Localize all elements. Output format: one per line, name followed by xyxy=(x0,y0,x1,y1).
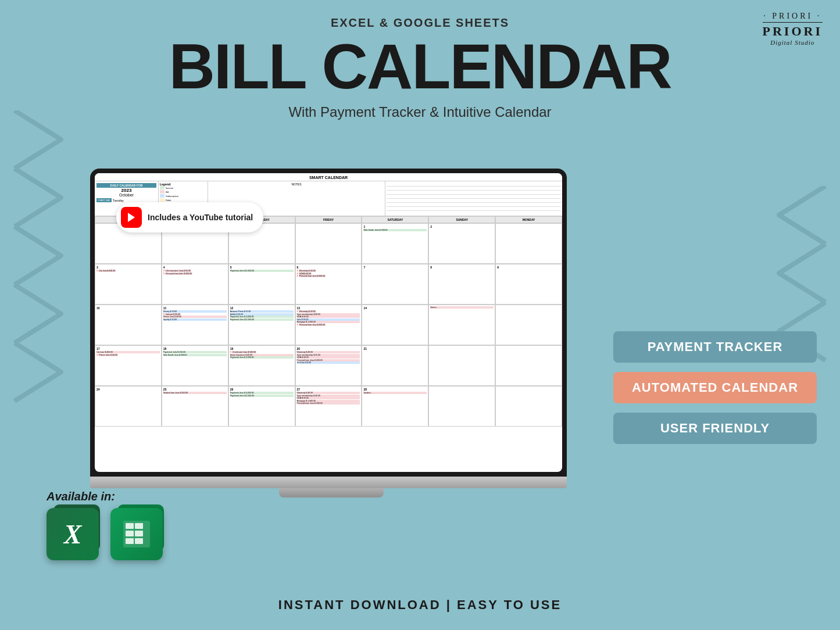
cal-cell: 14 xyxy=(362,305,428,345)
cal-cell xyxy=(495,223,562,264)
feature-payment-tracker: PAYMENT TRACKER xyxy=(613,331,817,363)
calendar-month: October xyxy=(96,193,156,197)
cal-cell: 20 Electricity $ 40.00 Gym membership $ … xyxy=(295,345,362,386)
available-label: Available in: xyxy=(47,490,163,503)
cal-cell: 17 Car loan $ 400.00 XPhone John $ 40.00 xyxy=(95,345,162,386)
cal-cell: 4 XLife insurance Jess $ 65.00 XPersonal… xyxy=(162,264,228,305)
youtube-icon xyxy=(121,207,142,228)
sheets-icon-wrapper xyxy=(110,508,163,560)
cal-cell: 8 xyxy=(428,264,495,305)
cal-cell: 27 Electricity $ 40.00 Gym membership $ … xyxy=(295,386,362,427)
cal-cell: 19 XCredit card Jess $ 500.00 Home insur… xyxy=(228,345,295,386)
excel-icon-wrapper: X xyxy=(47,508,99,560)
day-header-mon: MONDAY xyxy=(495,216,562,223)
cal-cell xyxy=(495,305,562,345)
cal-cell xyxy=(428,386,495,427)
feature-user-friendly: USER FRIENDLY xyxy=(613,413,817,444)
day-header-sat: SATURDAY xyxy=(362,216,428,223)
calendar-startday: START DAY Tuesday xyxy=(96,198,156,202)
notes-label: NOTES xyxy=(209,182,384,186)
cal-cell: 28 Student... xyxy=(362,386,428,427)
svg-rect-6 xyxy=(135,538,143,544)
cal-cell: 26 Paycheck Jess $ 4,000.00 Paycheck Joh… xyxy=(228,386,295,427)
cal-cell: 3 XCar loan $ 400.00 xyxy=(95,264,162,305)
lines-area xyxy=(385,181,562,216)
available-in-section: Available in: X xyxy=(47,490,163,560)
logo-sub: Digital Studio xyxy=(763,39,823,46)
header: EXCEL & GOOGLE SHEETS BILL CALENDAR With… xyxy=(0,0,840,120)
cal-cell: 18 Paycheck John $ 150.00 Side Hustle Je… xyxy=(162,345,228,386)
svg-rect-1 xyxy=(126,523,134,529)
calendar-info-label: DAILY CALENDAR FOR xyxy=(96,183,156,188)
excel-app-icon: X xyxy=(47,508,99,560)
brand-logo: · PRIORI · PRIORI Digital Studio xyxy=(763,12,823,46)
calendar-week-3: 10 11 Disney $ 10.00 XInternet $ 95.00 P… xyxy=(95,305,562,345)
calendar-week-5: 24 25 Student loan Jess $ 350.00 26 Payc… xyxy=(95,386,562,427)
cal-cell xyxy=(428,345,495,386)
svg-rect-5 xyxy=(126,538,134,544)
svg-rect-2 xyxy=(135,523,143,529)
cal-cell xyxy=(495,386,562,427)
cal-cell xyxy=(495,345,562,386)
laptop-stand xyxy=(279,488,384,497)
day-header-sun: SUNDAY xyxy=(428,216,495,223)
laptop-base xyxy=(90,477,567,488)
cal-cell: 25 Student loan Jess $ 350.00 xyxy=(162,386,228,427)
day-header-fri: FRIDAY xyxy=(295,216,362,223)
cal-cell: 7 xyxy=(362,264,428,305)
subtitle-top: EXCEL & GOOGLE SHEETS xyxy=(0,16,840,30)
spreadsheet-title: SMART CALENDAR xyxy=(95,173,562,181)
feature-automated-calendar: AUTOMATED CALENDAR xyxy=(613,372,817,403)
main-title: BILL CALENDAR xyxy=(0,34,840,98)
sheets-app-icon xyxy=(110,508,163,560)
cal-cell: 1 Side Hustle John $ 500.00 xyxy=(362,223,428,264)
sheets-grid-icon xyxy=(121,518,152,550)
startday-label: START DAY xyxy=(96,198,112,202)
svg-rect-3 xyxy=(126,531,134,536)
startday-value: Tuesday xyxy=(113,199,124,202)
cal-cell xyxy=(295,223,362,264)
cal-cell: 24 xyxy=(95,386,162,427)
cal-cell: Samm... xyxy=(428,305,495,345)
tagline: With Payment Tracker & Intuitive Calenda… xyxy=(0,104,840,120)
deco-chevrons-left xyxy=(9,110,67,448)
calendar-week-2: 3 XCar loan $ 400.00 4 XLife insurance J… xyxy=(95,264,562,305)
svg-rect-4 xyxy=(135,531,143,536)
cal-cell: 6 XElectricity $ 40.00 XHOA $ 40.00 XPer… xyxy=(295,264,362,305)
youtube-badge[interactable]: Includes a YouTube tutorial xyxy=(116,202,263,232)
calendar-week-4: 17 Car loan $ 400.00 XPhone John $ 40.00… xyxy=(95,345,562,386)
app-icons: X xyxy=(47,508,163,560)
cal-cell: 10 xyxy=(95,305,162,345)
logo-dots: · PRIORI · xyxy=(763,12,823,21)
footer: INSTANT DOWNLOAD | EASY TO USE xyxy=(0,597,840,613)
youtube-text: Includes a YouTube tutorial xyxy=(148,213,253,222)
footer-text: INSTANT DOWNLOAD | EASY TO USE xyxy=(0,597,840,613)
calendar-year: 2023 xyxy=(96,188,156,193)
cal-cell: 12 Amazon Prime $ 15.00 Netflix $ 10.00 … xyxy=(228,305,295,345)
cal-cell: 13 XElectricity $ 40.00 Gym membership $… xyxy=(295,305,362,345)
features-list: PAYMENT TRACKER AUTOMATED CALENDAR USER … xyxy=(613,331,817,444)
cal-cell: 11 Disney $ 10.00 XInternet $ 95.00 Phon… xyxy=(162,305,228,345)
cal-cell: 9 xyxy=(495,264,562,305)
cal-cell: 2 xyxy=(428,223,495,264)
logo-main: PRIORI xyxy=(763,24,823,39)
cal-cell: 21 xyxy=(362,345,428,386)
cal-cell: 5 Paycheck John $ 2,500.00 xyxy=(228,264,295,305)
